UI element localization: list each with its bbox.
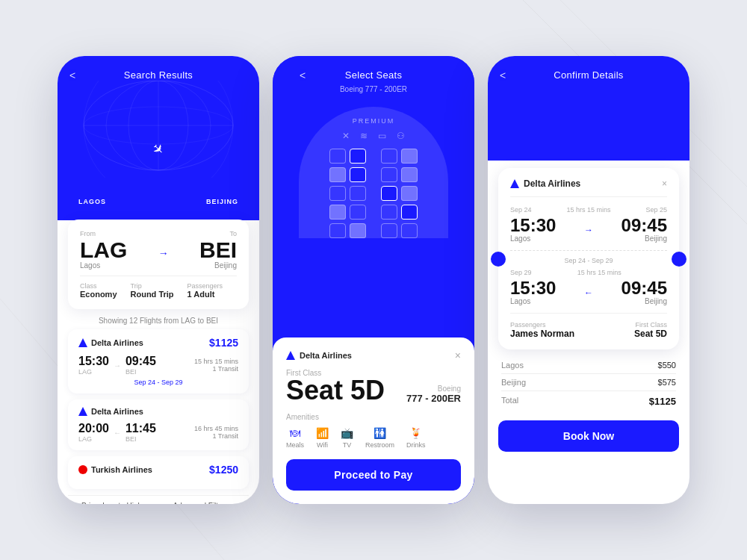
confirm-ticket-card: Delta Airlines × Sep 24 15 hrs 15 mins S… xyxy=(498,168,679,349)
ticket-punch-right xyxy=(672,252,686,267)
seat-2c[interactable] xyxy=(381,167,397,182)
dep-code-2: LAG xyxy=(78,435,109,443)
seat-amenities-row: ✕ ≋ ▭ ⚇ xyxy=(342,131,405,141)
outbound-dep-date: Sep 24 xyxy=(510,206,532,214)
outbound-duration: 15 hrs 15 mins xyxy=(566,206,610,214)
route-arrow-icon: → xyxy=(158,247,169,270)
seat-4a[interactable] xyxy=(329,205,346,220)
return-arr-city: Beijing xyxy=(622,297,667,305)
outbound-arrow-icon: → xyxy=(584,225,593,235)
lagos-price-row: Lagos $550 xyxy=(501,357,676,374)
seat-1c[interactable] xyxy=(381,149,397,164)
route-card: From LAG Lagos → To BEI Beijing Class Ec… xyxy=(68,220,249,309)
back-button-p3[interactable]: < xyxy=(500,69,506,81)
amenity-restroom: 🚻 Restroom xyxy=(365,427,394,449)
amenity-no-food-icon: ✕ xyxy=(342,131,350,141)
outbound-dep-city: Lagos xyxy=(510,234,556,243)
total-val: $1125 xyxy=(649,396,676,407)
seat-4b[interactable] xyxy=(350,205,366,220)
total-row: Total $1125 xyxy=(501,391,676,411)
seat-3d[interactable] xyxy=(401,186,418,201)
seat-4c[interactable] xyxy=(381,205,397,220)
from-city: Lagos xyxy=(80,261,127,270)
return-duration: 15 hrs 15 mins xyxy=(577,269,622,276)
seat-5d[interactable] xyxy=(401,223,418,238)
seat-5b[interactable] xyxy=(350,223,366,238)
to-code: BEI xyxy=(199,239,237,261)
lagos-price-val: $550 xyxy=(658,361,676,370)
modal-close-btn[interactable]: × xyxy=(455,349,461,361)
seat-1b[interactable] xyxy=(350,149,366,164)
back-button-p2[interactable]: < xyxy=(300,69,306,81)
confirm-title: Confirm Details xyxy=(554,69,623,81)
meals-label: Meals xyxy=(286,441,304,449)
turkish-logo-icon xyxy=(78,465,87,474)
return-arr-time: 09:45 xyxy=(622,279,667,297)
seat-2a[interactable] xyxy=(329,167,346,182)
seat-5a[interactable] xyxy=(329,223,346,238)
amenities-label: Amenities xyxy=(286,413,461,421)
outbound-flight: Sep 24 15 hrs 15 mins Sep 25 15:30 Lagos… xyxy=(510,206,667,243)
wifi-icon: 📶 xyxy=(316,427,329,439)
seat-plane-body: PREMIUM ✕ ≋ ▭ ⚇ xyxy=(299,107,448,238)
premium-label: PREMIUM xyxy=(353,117,395,125)
seat-3a[interactable] xyxy=(329,186,346,201)
drinks-icon: 🍹 xyxy=(409,427,422,439)
route-labels: LAGOS BEIJING xyxy=(58,198,259,205)
seat-1a[interactable] xyxy=(329,149,346,164)
filter-bar: Price: Low to High ▾ Advanced Filters ▾ xyxy=(68,495,249,504)
wifi-label: Wifi xyxy=(317,441,328,449)
drinks-label: Drinks xyxy=(406,441,426,449)
flight-item-delta1[interactable]: Delta Airlines $1125 15:30 LAG → 09:45 B… xyxy=(68,329,249,393)
class-val: Economy xyxy=(80,290,117,299)
dep-code-1: LAG xyxy=(78,368,109,376)
seat-3b[interactable] xyxy=(350,186,366,201)
seat-number-confirm: Seat 5D xyxy=(634,329,667,339)
delta-logo-icon-2 xyxy=(78,407,87,416)
ticket-punch-left xyxy=(491,252,506,267)
seat-3c[interactable] xyxy=(381,186,397,201)
price-sort-btn[interactable]: Price: Low to High ▾ xyxy=(81,502,149,504)
seat-grid xyxy=(314,149,433,238)
seat-2d[interactable] xyxy=(401,167,418,182)
confirm-delta-logo-icon xyxy=(510,179,519,188)
seat-1d[interactable] xyxy=(401,149,418,164)
modal-amenities-list: 🍽 Meals 📶 Wifi 📺 TV 🚻 Restroom 🍹 xyxy=(286,427,461,449)
tv-icon: 📺 xyxy=(341,427,353,439)
pax-val: 1 Adult xyxy=(187,290,223,299)
advanced-filters-btn[interactable]: Advanced Filters ▾ xyxy=(173,502,235,504)
seat-details-modal: Delta Airlines × First Class Seat 5D Boe… xyxy=(273,337,474,504)
outbound-arr-date: Sep 25 xyxy=(645,206,667,214)
phone-select-seats: < Select Seats Boeing 777 - 200ER PREMIU… xyxy=(273,56,474,504)
screen-title: Search Results xyxy=(124,69,193,81)
seat-5c[interactable] xyxy=(381,223,397,238)
globe-area: LAGOS BEIJING ✈ xyxy=(58,81,259,220)
back-button[interactable]: < xyxy=(69,69,75,81)
arr-time-2: 11:45 xyxy=(125,422,156,435)
select-seats-header: < Select Seats Boeing 777 - 200ER xyxy=(273,56,474,93)
flight-arrow-icon: → xyxy=(114,361,121,370)
seat-4d[interactable] xyxy=(401,205,418,220)
dep-time-2: 20:00 xyxy=(78,422,109,435)
proceed-to-pay-button[interactable]: Proceed to Pay xyxy=(286,459,461,491)
to-city: Beijing xyxy=(199,261,237,270)
showing-text: Showing 12 Flights from LAG to BEI xyxy=(58,317,259,325)
date-range-1: Sep 24 - Sep 29 xyxy=(78,379,238,386)
flight-item-delta2[interactable]: Delta Airlines 20:00 LAG ← 11:45 BEI 16 … xyxy=(68,399,249,450)
book-now-button[interactable]: Book Now xyxy=(498,420,679,452)
modal-delta-logo-icon xyxy=(286,351,295,360)
tv-label: TV xyxy=(343,441,352,449)
amenity-person-icon: ⚇ xyxy=(397,131,405,141)
passenger-label: Passengers xyxy=(510,321,574,329)
airline-name-delta2: Delta Airlines xyxy=(78,407,143,416)
boeing-label: Boeing xyxy=(406,385,461,393)
seat-2b[interactable] xyxy=(350,167,366,182)
flight-item-turkish[interactable]: Turkish Airlines $1250 xyxy=(68,456,249,489)
confirm-close-btn[interactable]: × xyxy=(662,178,667,189)
class-label: Class xyxy=(80,282,117,290)
arr-code-2: BEI xyxy=(125,435,156,443)
airline-name-turkish: Turkish Airlines xyxy=(78,465,152,474)
flight-arrow-icon-2: ← xyxy=(114,429,121,437)
transit-2: 1 Transit xyxy=(194,432,238,440)
delta-logo-icon xyxy=(78,338,87,347)
